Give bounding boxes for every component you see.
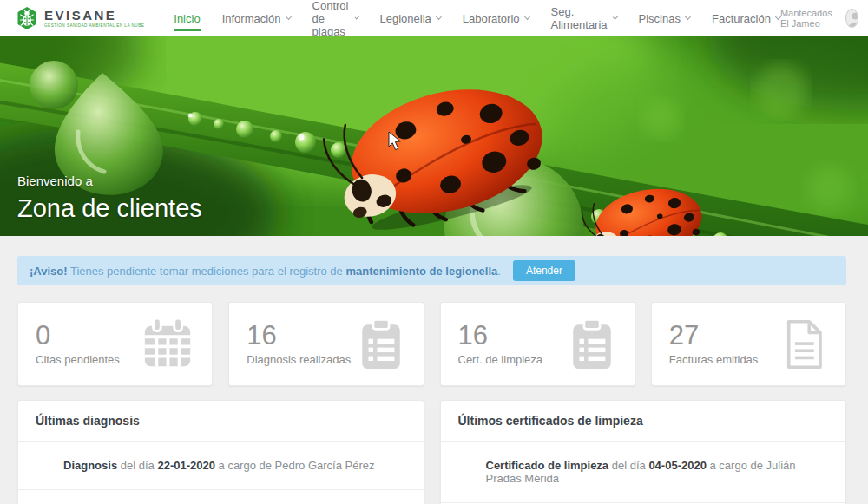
stat-value: 16 (458, 322, 543, 350)
stat-card-diagnosis-realizadas[interactable]: 16 Diagnosis realizadas (228, 302, 424, 386)
hero-welcome: Bienvenido a (17, 173, 202, 188)
brand-tagline: GESTIÓN SANIDAD AMBIENTAL EN LA NUBE (44, 23, 144, 28)
user-name: Mantecados El Jameo (780, 8, 839, 29)
alert-text: ¡Aviso! Tienes pendiente tomar medicione… (30, 265, 501, 278)
nav-item-facturacion[interactable]: Facturación (712, 0, 780, 36)
stat-label: Cert. de limpieza (458, 353, 543, 366)
main-nav: Inicio Información Control de plagas Leg… (174, 0, 780, 36)
nav-item-seg-alimentaria[interactable]: Seg. Alimentaria (551, 0, 617, 36)
brand-name: EVISANE (44, 9, 144, 22)
nav-item-inicio[interactable]: Inicio (174, 0, 200, 36)
nav-item-laboratorio[interactable]: Laboratorio (463, 0, 529, 36)
panel-title: Últimos certificados de limpieza (441, 401, 846, 442)
stat-value: 27 (669, 322, 759, 350)
ladybug-hexagon-icon (16, 6, 38, 30)
list-item-diagnosis[interactable]: Diagnosis del día 23-12-2019 a cargo de … (18, 490, 424, 504)
list-item-certificado[interactable]: Certificado de limpieza del día 04-05-20… (441, 442, 846, 503)
person-icon (846, 10, 858, 27)
list-item-diagnosis[interactable]: Diagnosis del día 22-01-2020 a cargo de … (18, 442, 424, 490)
stat-card-cert-limpieza[interactable]: 16 Cert. de limpieza (440, 302, 635, 386)
user-avatar-icon[interactable] (845, 9, 858, 28)
calendar-icon (141, 317, 194, 372)
page-title: Zona de clientes (17, 194, 202, 223)
stat-label: Citas pendientes (36, 353, 120, 366)
hero-text: Bienvenido a Zona de clientes (17, 173, 202, 223)
file-text-icon (778, 317, 828, 372)
chevron-down-icon (685, 14, 691, 20)
top-navigation-bar: EVISANE GESTIÓN SANIDAD AMBIENTAL EN LA … (0, 0, 868, 36)
stat-label: Facturas emitidas (669, 353, 759, 366)
chevron-down-icon (613, 14, 618, 19)
nav-item-control-de-plagas[interactable]: Control de plagas (312, 0, 358, 36)
legionella-alert-banner: ¡Aviso! Tienes pendiente tomar medicione… (17, 256, 846, 285)
recent-lists-row: Últimas diagnosis Diagnosis del día 22-0… (17, 400, 846, 504)
nav-item-piscinas[interactable]: Piscinas (639, 0, 690, 36)
nav-item-informacion[interactable]: Información (222, 0, 291, 36)
stats-row: 0 Citas pendientes 16 Diagnosis realizad… (17, 302, 846, 386)
clipboard-list-icon (567, 317, 617, 372)
panel-ultimas-diagnosis: Últimas diagnosis Diagnosis del día 22-0… (17, 400, 424, 504)
chevron-down-icon (354, 15, 358, 19)
hero-banner: Bienvenido a Zona de clientes (0, 36, 868, 236)
chevron-down-icon (436, 14, 442, 20)
stat-label: Diagnosis realizadas (247, 353, 351, 366)
panel-title: Últimas diagnosis (18, 401, 424, 442)
stat-card-citas-pendientes[interactable]: 0 Citas pendientes (17, 302, 213, 386)
clipboard-list-icon (356, 317, 406, 372)
panel-ultimos-certificados: Últimos certificados de limpieza Certifi… (440, 400, 847, 504)
chevron-down-icon (286, 14, 292, 20)
chevron-down-icon (775, 14, 781, 20)
nav-item-legionella[interactable]: Legionella (379, 0, 440, 36)
chevron-down-icon (523, 14, 529, 20)
stat-value: 16 (247, 322, 351, 350)
stat-value: 0 (36, 322, 120, 350)
user-menu[interactable]: Mantecados El Jameo (780, 8, 858, 29)
stat-card-facturas-emitidas[interactable]: 27 Facturas emitidas (651, 302, 846, 386)
atender-button[interactable]: Atender (513, 260, 575, 281)
evisane-logo[interactable]: EVISANE GESTIÓN SANIDAD AMBIENTAL EN LA … (16, 6, 144, 30)
